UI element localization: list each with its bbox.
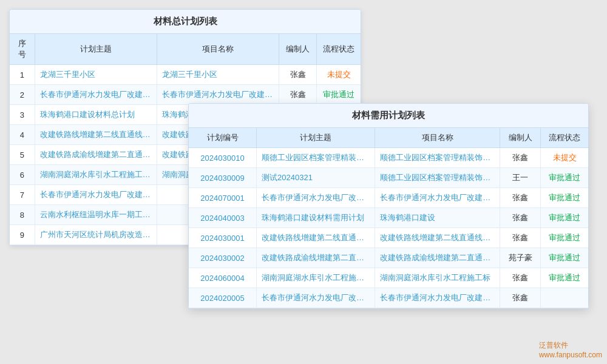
cell-status: 审批通过 <box>317 85 361 105</box>
table-row: 2024030001改建铁路线增建第二线直通线（成都...改建铁路线增建第二线直… <box>189 228 588 248</box>
cell-seq: 2 <box>10 85 35 105</box>
secondary-table: 计划编号 计划主题 项目名称 编制人 流程状态 2024030010顺德工业园区… <box>189 128 588 308</box>
cell-project[interactable]: 改建铁路线增建第二线直通线（成都... <box>375 228 500 248</box>
cell-theme[interactable]: 广州市天河区统计局机房改造项目材料总计划 <box>35 225 157 245</box>
watermark: 泛普软件 www.fanpusoft.com <box>539 340 602 359</box>
main-header-theme: 计划主题 <box>35 34 157 65</box>
cell-project[interactable]: 顺德工业园区档案管理精装饰工程（... <box>375 148 500 168</box>
table-row: 2024030010顺德工业园区档案管理精装饰工程（...顺德工业园区档案管理精… <box>189 148 588 168</box>
cell-seq: 3 <box>10 105 35 125</box>
cell-editor: 张鑫 <box>500 268 541 288</box>
cell-code[interactable]: 2024030009 <box>189 168 257 188</box>
cell-seq: 7 <box>10 185 35 205</box>
cell-editor: 张鑫 <box>500 228 541 248</box>
cell-theme[interactable]: 云南水利枢纽温明水库一期工程施工标材料... <box>35 205 157 225</box>
sec-header-theme: 计划主题 <box>257 128 375 148</box>
cell-seq: 4 <box>10 125 35 145</box>
cell-code[interactable]: 2024020005 <box>189 288 257 308</box>
cell-editor: 苑子豪 <box>500 248 541 268</box>
main-header-status: 流程状态 <box>317 34 361 65</box>
watermark-url: www.fanpusoft.com <box>539 351 602 359</box>
cell-theme[interactable]: 珠海鹤港口建设材料总计划 <box>35 105 157 125</box>
cell-theme[interactable]: 改建铁路线增建第二线直通线（成都-西安）... <box>35 125 157 145</box>
cell-project[interactable]: 长春市伊通河水力发电厂改建工程 <box>375 188 500 208</box>
cell-theme[interactable]: 龙湖三千里小区 <box>35 65 157 85</box>
cell-status: 审批通过 <box>541 188 588 208</box>
main-table-title: 材料总计划列表 <box>10 10 361 34</box>
cell-theme[interactable]: 顺德工业园区档案管理精装饰工程（... <box>257 148 375 168</box>
cell-code[interactable]: 2024070001 <box>189 188 257 208</box>
sec-header-project: 项目名称 <box>375 128 500 148</box>
cell-status: 审批通过 <box>541 208 588 228</box>
cell-theme[interactable]: 改建铁路成渝线增建第二直通线（成... <box>257 248 375 268</box>
cell-theme[interactable]: 改建铁路线增建第二线直通线（成都... <box>257 228 375 248</box>
secondary-table-header-row: 计划编号 计划主题 项目名称 编制人 流程状态 <box>189 128 588 148</box>
table-row: 2024030009测试20240321顺德工业园区档案管理精装饰工程（...王… <box>189 168 588 188</box>
cell-seq: 1 <box>10 65 35 85</box>
cell-theme[interactable]: 湖南洞庭湖水库引水工程施工标材料总计划 <box>35 165 157 185</box>
cell-project[interactable]: 长春市伊通河水力发电厂改建工程 <box>157 85 279 105</box>
cell-editor: 张鑫 <box>500 188 541 208</box>
table-row: 2024040003珠海鹤港口建设材料需用计划珠海鹤港口建设张鑫审批通过 <box>189 208 588 228</box>
cell-status <box>541 288 588 308</box>
main-header-seq: 序号 <box>10 34 35 65</box>
cell-project[interactable]: 改建铁路成渝线增建第二直通线（... <box>375 248 500 268</box>
sec-header-editor: 编制人 <box>500 128 541 148</box>
watermark-brand: 泛普软件 <box>539 340 602 351</box>
main-header-editor: 编制人 <box>279 34 317 65</box>
table-row: 2024060004湖南洞庭湖水库引水工程施工标材...湖南洞庭湖水库引水工程施… <box>189 268 588 288</box>
main-table-header-row: 序号 计划主题 项目名称 编制人 流程状态 <box>10 34 361 65</box>
cell-editor: 张鑫 <box>279 85 317 105</box>
cell-theme[interactable]: 改建铁路成渝线增建第二直通线（成渝枢纽... <box>35 145 157 165</box>
cell-project[interactable]: 湖南洞庭湖水库引水工程施工标 <box>375 268 500 288</box>
cell-seq: 8 <box>10 205 35 225</box>
cell-editor: 张鑫 <box>500 288 541 308</box>
sec-header-code: 计划编号 <box>189 128 257 148</box>
table-row: 2长春市伊通河水力发电厂改建工程合同材料...长春市伊通河水力发电厂改建工程张鑫… <box>10 85 361 105</box>
cell-theme[interactable]: 长春市伊通河水力发电厂改建工程合... <box>257 188 375 208</box>
sec-header-status: 流程状态 <box>541 128 588 148</box>
cell-status: 审批通过 <box>541 268 588 288</box>
cell-code[interactable]: 2024060004 <box>189 268 257 288</box>
cell-editor: 张鑫 <box>500 208 541 228</box>
cell-theme[interactable]: 测试20240321 <box>257 168 375 188</box>
cell-project[interactable]: 龙湖三千里小区 <box>157 65 279 85</box>
cell-project[interactable]: 长春市伊通河水力发电厂改建工程 <box>375 288 500 308</box>
cell-editor: 王一 <box>500 168 541 188</box>
cell-editor: 张鑫 <box>279 65 317 85</box>
table-row: 1龙湖三千里小区龙湖三千里小区张鑫未提交 <box>10 65 361 85</box>
secondary-table-body: 2024030010顺德工业园区档案管理精装饰工程（...顺德工业园区档案管理精… <box>189 148 588 308</box>
cell-theme[interactable]: 长春市伊通河水力发电厂改建工程合同材料... <box>35 85 157 105</box>
cell-seq: 5 <box>10 145 35 165</box>
cell-code[interactable]: 2024030001 <box>189 228 257 248</box>
table-row: 2024030002改建铁路成渝线增建第二直通线（成...改建铁路成渝线增建第二… <box>189 248 588 268</box>
main-header-project: 项目名称 <box>157 34 279 65</box>
cell-project[interactable]: 顺德工业园区档案管理精装饰工程（... <box>375 168 500 188</box>
cell-theme[interactable]: 长春市伊通河水力发电厂改建工程材... <box>257 288 375 308</box>
cell-status: 未提交 <box>541 148 588 168</box>
table-row: 2024020005长春市伊通河水力发电厂改建工程材...长春市伊通河水力发电厂… <box>189 288 588 308</box>
secondary-table-title: 材料需用计划列表 <box>189 104 588 128</box>
cell-status: 未提交 <box>317 65 361 85</box>
cell-status: 审批通过 <box>541 168 588 188</box>
cell-code[interactable]: 2024030002 <box>189 248 257 268</box>
secondary-table-container: 材料需用计划列表 计划编号 计划主题 项目名称 编制人 流程状态 2024030… <box>188 103 589 309</box>
cell-code[interactable]: 2024030010 <box>189 148 257 168</box>
cell-code[interactable]: 2024040003 <box>189 208 257 228</box>
cell-project[interactable]: 珠海鹤港口建设 <box>375 208 500 228</box>
cell-seq: 9 <box>10 225 35 245</box>
cell-editor: 张鑫 <box>500 148 541 168</box>
cell-status: 审批通过 <box>541 248 588 268</box>
cell-theme[interactable]: 湖南洞庭湖水库引水工程施工标材... <box>257 268 375 288</box>
cell-theme[interactable]: 珠海鹤港口建设材料需用计划 <box>257 208 375 228</box>
cell-theme[interactable]: 长春市伊通河水力发电厂改建工程材料总计划 <box>35 185 157 205</box>
table-row: 2024070001长春市伊通河水力发电厂改建工程合...长春市伊通河水力发电厂… <box>189 188 588 208</box>
cell-status: 审批通过 <box>541 228 588 248</box>
cell-seq: 6 <box>10 165 35 185</box>
